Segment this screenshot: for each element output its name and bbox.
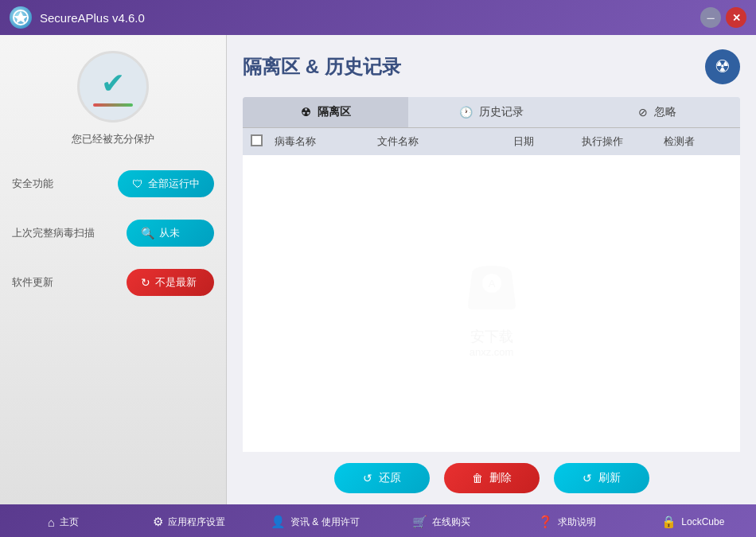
history-tab-label: 历史记录 — [479, 105, 524, 119]
avatar: ✔ — [77, 51, 149, 123]
header-file-name: 文件名称 — [377, 134, 514, 149]
nav-app-settings[interactable]: ⚙ 应用程序设置 — [126, 504, 251, 537]
nav-info[interactable]: 👤 资讯 & 使用许可 — [252, 504, 378, 537]
minimize-button[interactable]: ─ — [700, 7, 721, 28]
last-scan-row: 上次完整病毒扫描 🔍 从未 — [12, 220, 214, 247]
status-bar — [93, 103, 133, 107]
history-tab-icon: 🕐 — [459, 106, 473, 119]
protection-status: 您已经被充分保护 — [72, 132, 154, 146]
nav-lockcube[interactable]: 🔒 LockCube — [630, 504, 756, 537]
nav-info-label: 资讯 & 使用许可 — [290, 516, 360, 529]
nav-home-label: 主页 — [60, 516, 79, 529]
refresh-icon: ↺ — [583, 472, 592, 484]
quarantine-tab-icon: ☢ — [301, 106, 311, 119]
content-area: 隔离区 & 历史记录 ☢ ☢ 隔离区 🕐 历史记录 ⊘ 忽略 病毒名称 — [227, 35, 756, 504]
cart-icon: 🛒 — [412, 515, 427, 529]
tab-ignore[interactable]: ⊘ 忽略 — [575, 97, 740, 127]
quarantine-tab-label: 隔离区 — [318, 105, 351, 119]
header-checkbox-col — [251, 134, 275, 149]
refresh-button[interactable]: ↺ 刷新 — [554, 463, 649, 493]
delete-button[interactable]: 🗑 删除 — [444, 463, 540, 493]
software-update-button[interactable]: ↻ 不是最新 — [127, 269, 214, 296]
home-icon: ⌂ — [48, 516, 55, 529]
app-title: SecureAPlus v4.6.0 — [40, 11, 700, 25]
ignore-tab-label: 忽略 — [654, 105, 676, 119]
tab-quarantine[interactable]: ☢ 隔离区 — [243, 97, 408, 127]
nav-shop-label: 在线购买 — [432, 516, 470, 529]
biohazard-button[interactable]: ☢ — [705, 49, 740, 84]
title-bar: SecureAPlus v4.6.0 ─ ✕ — [0, 0, 756, 35]
security-function-row: 安全功能 🛡 全部运行中 — [12, 170, 214, 197]
shield-icon: 🛡 — [132, 177, 143, 190]
nav-app-settings-label: 应用程序设置 — [168, 516, 225, 529]
software-update-row: 软件更新 ↻ 不是最新 — [12, 269, 214, 296]
restore-icon: ↺ — [363, 472, 372, 484]
select-all-checkbox[interactable] — [251, 134, 263, 146]
nav-lockcube-label: LockCube — [681, 516, 724, 527]
security-function-btn-text: 全部运行中 — [148, 177, 200, 191]
app-logo — [10, 6, 32, 29]
software-update-btn-text: 不是最新 — [155, 275, 197, 290]
delete-label: 删除 — [489, 471, 512, 485]
main-layout: ✔ 您已经被充分保护 安全功能 🛡 全部运行中 上次完整病毒扫描 🔍 从未 软件… — [0, 35, 756, 504]
page-title: 隔离区 & 历史记录 — [243, 54, 401, 80]
bottom-nav: ⌂ 主页 ⚙ 应用程序设置 👤 资讯 & 使用许可 🛒 在线购买 ❓ 求助说明 … — [0, 504, 756, 537]
nav-help[interactable]: ❓ 求助说明 — [504, 504, 629, 537]
header-action: 执行操作 — [582, 134, 664, 149]
software-update-label: 软件更新 — [12, 275, 127, 290]
delete-icon: 🗑 — [472, 472, 483, 484]
svg-point-1 — [482, 274, 501, 293]
check-icon: ✔ — [101, 67, 125, 100]
nav-shop[interactable]: 🛒 在线购买 — [378, 504, 504, 537]
nav-home[interactable]: ⌂ 主页 — [0, 504, 126, 537]
ignore-tab-icon: ⊘ — [638, 106, 648, 119]
window-controls: ─ ✕ — [700, 7, 746, 28]
refresh-label: 刷新 — [598, 471, 621, 485]
header-detector: 检测者 — [664, 134, 732, 149]
table-body: A 安下载 anxz.com — [243, 155, 740, 452]
svg-text:A: A — [488, 278, 495, 290]
header-date: 日期 — [513, 134, 582, 149]
last-scan-label: 上次完整病毒扫描 — [12, 226, 127, 240]
page-header: 隔离区 & 历史记录 ☢ — [243, 49, 740, 84]
header-virus-name: 病毒名称 — [275, 134, 377, 149]
tab-bar: ☢ 隔离区 🕐 历史记录 ⊘ 忽略 — [243, 97, 740, 127]
close-button[interactable]: ✕ — [726, 7, 746, 28]
watermark: A 安下载 anxz.com — [456, 250, 528, 358]
action-bar: ↺ 还原 🗑 删除 ↺ 刷新 — [243, 452, 740, 504]
restore-button[interactable]: ↺ 还原 — [334, 463, 430, 493]
help-icon: ❓ — [538, 515, 553, 529]
person-icon: 👤 — [271, 515, 286, 529]
lock-icon: 🔒 — [661, 515, 676, 529]
nav-help-label: 求助说明 — [558, 516, 596, 529]
last-scan-button[interactable]: 🔍 从未 — [127, 220, 214, 247]
last-scan-btn-text: 从未 — [159, 226, 180, 240]
sidebar: ✔ 您已经被充分保护 安全功能 🛡 全部运行中 上次完整病毒扫描 🔍 从未 软件… — [0, 35, 227, 504]
gear-icon: ⚙ — [153, 515, 163, 529]
table-header: 病毒名称 文件名称 日期 执行操作 检测者 — [243, 127, 740, 155]
refresh-icon: ↻ — [141, 276, 150, 289]
security-function-button[interactable]: 🛡 全部运行中 — [118, 170, 214, 197]
search-icon: 🔍 — [141, 227, 154, 239]
restore-label: 还原 — [379, 471, 401, 485]
security-function-label: 安全功能 — [12, 177, 118, 191]
tab-history[interactable]: 🕐 历史记录 — [408, 97, 574, 127]
